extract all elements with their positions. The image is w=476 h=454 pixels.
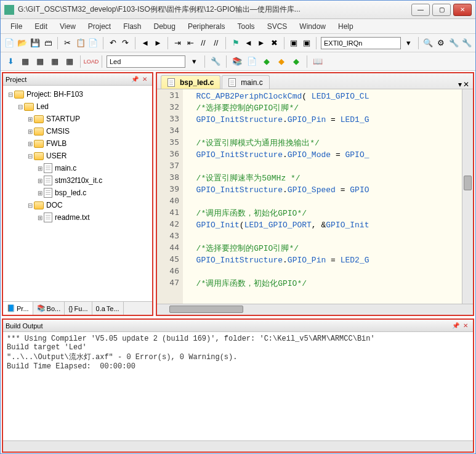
toolbar-build: ⬇ ▦ ▦ ▦ ▦ LOAD ▾ 🔧 📚 📄 ◆ ◆ ◆ 📖 [1, 52, 475, 71]
close-button[interactable]: ✕ [453, 4, 472, 16]
window2-icon[interactable]: ▣ [301, 37, 312, 49]
menu-view[interactable]: View [55, 21, 81, 32]
folder-icon [14, 91, 24, 99]
dropdown-icon[interactable]: ▾ [403, 37, 414, 49]
project-tab-0[interactable]: 📘Pr... [3, 302, 33, 315]
copy-icon[interactable]: 📋 [75, 37, 86, 49]
pin-icon[interactable]: 📌 [130, 75, 140, 84]
books-icon[interactable]: 📖 [312, 55, 324, 68]
menu-window[interactable]: Window [294, 21, 331, 32]
project-tab-2[interactable]: {}Fu... [65, 302, 92, 315]
undo-icon[interactable]: ↶ [108, 37, 118, 49]
separator [225, 37, 226, 49]
menu-svcs[interactable]: SVCS [262, 21, 292, 32]
editor-dropdown-icon[interactable]: ▾ [458, 80, 462, 89]
editor-horizontal-scrollbar[interactable] [157, 304, 473, 315]
menu-file[interactable]: File [6, 21, 27, 32]
toolbar-main: 📄 📂 💾 🗃 ✂ 📋 📄 ↶ ↷ ◄ ► ⇥ ⇤ // // ⚑ ◄ ► ✖ … [1, 34, 475, 52]
file-ext-icon[interactable]: 📄 [246, 55, 258, 68]
doc-tab-main-c[interactable]: main.c [222, 75, 269, 89]
tree-project-root[interactable]: ⊟Project: BH-F103 [4, 88, 151, 100]
vertical-scrollbar[interactable] [462, 89, 473, 304]
app-icon [4, 5, 14, 15]
comment-icon[interactable]: // [198, 37, 209, 49]
bookmark-next-icon[interactable]: ► [256, 37, 267, 49]
build-output-panel: Build Output 📌 ✕ *** Using Compiler 'V5.… [2, 318, 474, 453]
select-packs-icon[interactable]: ◆ [275, 55, 288, 68]
title-bar: G:\GIT_OSC\STM32_develop\F103-ISO例程\固件库例… [1, 1, 475, 19]
save-all-icon[interactable]: 🗃 [43, 37, 54, 49]
manage-books-icon[interactable]: 📚 [231, 55, 243, 68]
tree-group-user[interactable]: ⊟USER [4, 150, 151, 162]
tree-group-startup[interactable]: ⊞STARTUP [4, 113, 151, 125]
output-close-icon[interactable]: ✕ [461, 322, 470, 330]
project-tab-1[interactable]: 📚Bo... [33, 302, 65, 315]
panel-close-icon[interactable]: ✕ [140, 75, 150, 84]
new-icon[interactable]: 📄 [4, 37, 15, 49]
separator [284, 37, 284, 49]
output-text[interactable]: *** Using Compiler 'V5.05 update 2 (buil… [3, 332, 473, 440]
menu-peripherals[interactable]: Peripherals [183, 21, 230, 32]
project-tab-3[interactable]: 0.aTe... [92, 302, 124, 315]
file-icon [44, 176, 52, 185]
tree-file-main-c[interactable]: ⊞main.c [4, 162, 151, 174]
menu-debug[interactable]: Debug [149, 21, 180, 32]
separator [204, 55, 205, 68]
code-lines[interactable]: RCC_APB2PeriphClockCmd( LED1_GPIO_CL /*选… [183, 89, 462, 304]
build-icon[interactable]: ▦ [19, 55, 31, 68]
doc-tab-bsp_led-c[interactable]: bsp_led.c [161, 75, 220, 89]
translate-icon[interactable]: ⬇ [4, 55, 17, 68]
tree-group-fwlb[interactable]: ⊞FWLB [4, 137, 151, 150]
manage-components-icon[interactable]: ◆ [260, 55, 273, 68]
tree-target[interactable]: ⊟Led [4, 100, 151, 113]
indent-icon[interactable]: ⇥ [172, 37, 183, 49]
minimize-button[interactable]: — [411, 4, 430, 16]
menu-edit[interactable]: Edit [30, 21, 52, 32]
folder-icon [34, 140, 44, 148]
project-tree[interactable]: ⊟Project: BH-F103⊟Led⊞STARTUP⊞CMSIS⊞FWLB… [3, 86, 152, 301]
target-combo[interactable] [107, 55, 185, 68]
output-pin-icon[interactable]: 📌 [451, 322, 461, 330]
window-icon[interactable]: ▣ [288, 37, 299, 49]
wrench-icon[interactable]: 🔧 [448, 37, 459, 49]
maximize-button[interactable]: ▢ [432, 4, 451, 16]
tree-group-doc[interactable]: ⊟DOC [4, 199, 151, 211]
options-icon[interactable]: 🔧 [209, 55, 222, 68]
wrench2-icon[interactable]: 🔧 [461, 37, 472, 49]
menu-flash[interactable]: Flash [118, 21, 146, 32]
tree-file-bsp_led-c[interactable]: ⊞bsp_led.c [4, 187, 151, 199]
unindent-icon[interactable]: ⇤ [185, 37, 196, 49]
bookmark-flag-icon[interactable]: ⚑ [230, 37, 241, 49]
menu-help[interactable]: Help [333, 21, 358, 32]
cut-icon[interactable]: ✂ [62, 37, 73, 49]
save-icon[interactable]: 💾 [30, 37, 41, 49]
bookmark-clear-icon[interactable]: ✖ [269, 37, 280, 49]
menu-project[interactable]: Project [83, 21, 116, 32]
bookmark-prev-icon[interactable]: ◄ [243, 37, 254, 49]
open-icon[interactable]: 📂 [17, 37, 28, 49]
config-icon[interactable]: ⚙ [436, 37, 446, 49]
output-horizontal-scrollbar[interactable] [3, 440, 473, 452]
paste-icon[interactable]: 📄 [88, 37, 99, 49]
debug-red-icon[interactable]: 🔍 [423, 37, 434, 49]
redo-icon[interactable]: ↷ [121, 37, 131, 49]
target-dropdown-icon[interactable]: ▾ [188, 55, 200, 68]
prev-icon[interactable]: ◄ [140, 37, 150, 49]
editor-close-icon[interactable]: ✕ [463, 80, 469, 89]
build-target-icon[interactable]: ▦ [34, 55, 46, 68]
scroll-thumb[interactable] [464, 176, 472, 190]
download-icon[interactable]: LOAD [85, 55, 97, 68]
tree-file-readme-txt[interactable]: ⊞readme.txt [4, 211, 151, 224]
pack-installer-icon[interactable]: ◆ [290, 55, 302, 68]
build-all-icon[interactable]: ▦ [49, 55, 61, 68]
next-icon[interactable]: ► [153, 37, 163, 49]
batch-build-icon[interactable]: ▦ [63, 55, 76, 68]
scroll-thumb[interactable] [169, 306, 243, 313]
tree-file-stm32f10x_it-c[interactable]: ⊞stm32f10x_it.c [4, 174, 151, 187]
find-combo[interactable] [321, 37, 401, 49]
project-panel: Project 📌 ✕ ⊟Project: BH-F103⊟Led⊞STARTU… [2, 72, 153, 316]
window-title: G:\GIT_OSC\STM32_develop\F103-ISO例程\固件库例… [18, 4, 411, 15]
uncomment-icon[interactable]: // [211, 37, 221, 49]
menu-tools[interactable]: Tools [233, 21, 260, 32]
tree-group-cmsis[interactable]: ⊞CMSIS [4, 125, 151, 137]
